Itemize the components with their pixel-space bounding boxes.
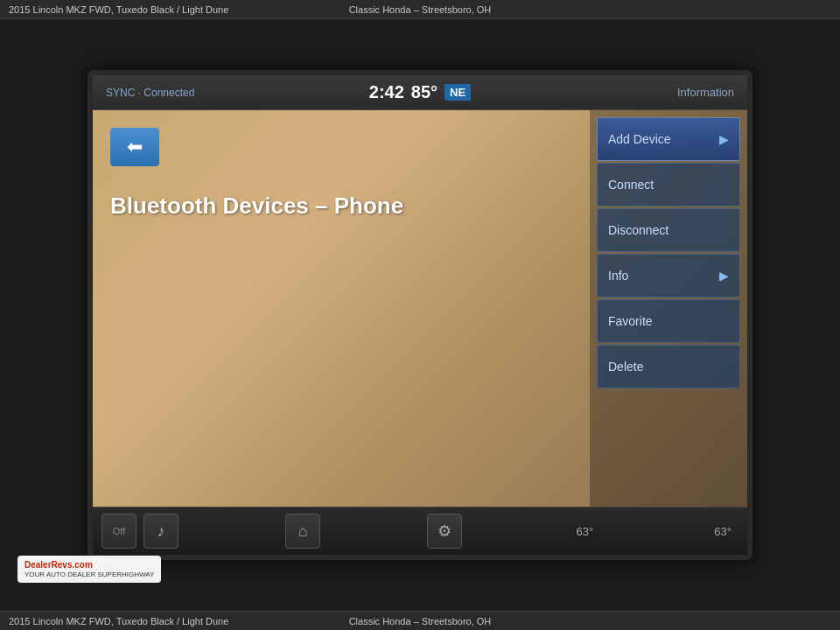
music-button[interactable]: ♪ xyxy=(144,514,178,549)
display-outside-temp: 85° xyxy=(411,82,438,102)
main-body: SYNC · Connected 2:42 85° NE Information… xyxy=(0,19,840,611)
menu-button-delete[interactable]: Delete xyxy=(597,345,740,388)
bottom-bar-left: 2015 Lincoln MKZ FWD, Tuxedo Black / Lig… xyxy=(9,616,283,626)
menu-button-label: Connect xyxy=(608,178,654,192)
menu-button-connect[interactable]: Connect xyxy=(597,163,740,206)
menu-button-label: Disconnect xyxy=(608,223,668,237)
right-panel: Add Device▶ConnectDisconnectInfo▶Favorit… xyxy=(590,110,747,507)
home-icon: ⌂ xyxy=(298,522,308,541)
menu-button-add-device[interactable]: Add Device▶ xyxy=(597,117,740,161)
menu-button-label: Info xyxy=(608,269,628,283)
menu-button-disconnect[interactable]: Disconnect xyxy=(597,208,740,252)
music-icon: ♪ xyxy=(158,522,165,541)
home-button[interactable]: ⌂ xyxy=(285,514,320,549)
display-status-bar: SYNC · Connected 2:42 85° NE Information xyxy=(93,75,747,110)
menu-button-label: Delete xyxy=(608,360,643,374)
display-time: 2:42 xyxy=(369,82,404,102)
top-bar-left: 2015 Lincoln MKZ FWD, Tuxedo Black / Lig… xyxy=(9,4,283,15)
menu-button-label: Add Device xyxy=(608,132,671,146)
off-button[interactable]: Off xyxy=(102,514,136,549)
time-temp-area: 2:42 85° NE xyxy=(263,82,578,102)
back-button[interactable]: ⬅ xyxy=(110,128,159,166)
menu-button-favorite[interactable]: Favorite xyxy=(597,299,740,343)
temp-right-display: 63° xyxy=(707,525,738,538)
bottom-bar: 2015 Lincoln MKZ FWD, Tuxedo Black / Lig… xyxy=(0,611,840,630)
bottom-bar-center: Classic Honda – Streetsboro, OH xyxy=(283,616,556,626)
display-toolbar: Off ♪ ⌂ ⚙ 63° 63° xyxy=(93,507,747,555)
off-label: Off xyxy=(113,526,125,536)
top-bar: 2015 Lincoln MKZ FWD, Tuxedo Black / Lig… xyxy=(0,0,840,19)
page-title: Bluetooth Devices – Phone xyxy=(110,192,572,220)
display-content: ⬅ Bluetooth Devices – Phone Add Device▶C… xyxy=(93,110,747,507)
top-bar-center: Classic Honda – Streetsboro, OH xyxy=(283,4,556,15)
settings-button[interactable]: ⚙ xyxy=(427,514,462,549)
watermark-line2: YOUR AUTO DEALER SUPERHIGHWAY xyxy=(24,570,154,579)
menu-button-info[interactable]: Info▶ xyxy=(597,254,740,298)
section-label: Information xyxy=(578,86,735,99)
menu-context-text: SYNC · Connected xyxy=(106,87,263,99)
temp-left-display: 63° xyxy=(570,525,601,538)
arrow-right-icon: ▶ xyxy=(719,132,729,146)
arrow-right-icon: ▶ xyxy=(719,269,729,283)
watermark-logo: DealerRevs.com YOUR AUTO DEALER SUPERHIG… xyxy=(18,556,161,583)
left-content: ⬅ Bluetooth Devices – Phone xyxy=(93,110,590,507)
watermark-line1: DealerRevs.com xyxy=(24,559,154,570)
screen-bezel: SYNC · Connected 2:42 85° NE Information… xyxy=(88,70,752,560)
menu-button-label: Favorite xyxy=(608,314,653,328)
back-arrow-icon: ⬅ xyxy=(127,136,143,158)
compass-indicator: NE xyxy=(444,84,471,101)
settings-icon: ⚙ xyxy=(438,522,452,541)
